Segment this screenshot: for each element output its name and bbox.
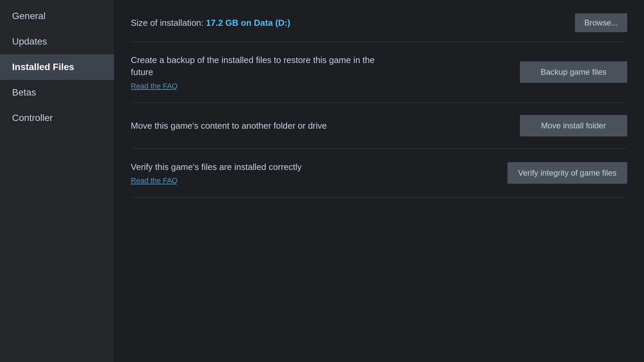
install-size-label: Size of installation: — [131, 18, 204, 28]
backup-section-info: Create a backup of the installed files t… — [131, 54, 399, 90]
verify-integrity-button[interactable]: Verify integrity of game files — [507, 162, 627, 184]
install-size-row: Size of installation: 17.2 GB on Data (D… — [131, 13, 627, 42]
verify-section: Verify this game's files are installed c… — [131, 149, 627, 197]
sidebar-item-general-label: General — [12, 11, 46, 21]
browse-button[interactable]: Browse... — [575, 13, 627, 32]
sidebar-item-betas-label: Betas — [12, 87, 36, 98]
verify-section-info: Verify this game's files are installed c… — [131, 161, 302, 185]
move-section-info: Move this game's content to another fold… — [131, 120, 327, 132]
verify-section-title: Verify this game's files are installed c… — [131, 161, 302, 173]
sidebar-item-installed-files[interactable]: Installed Files — [0, 54, 114, 80]
move-section: Move this game's content to another fold… — [131, 103, 627, 149]
sidebar-item-general[interactable]: General — [0, 3, 114, 29]
install-size-text: Size of installation: 17.2 GB on Data (D… — [131, 18, 290, 28]
sidebar-item-controller-label: Controller — [12, 113, 53, 123]
move-section-title: Move this game's content to another fold… — [131, 120, 327, 132]
sidebar-item-updates-label: Updates — [12, 36, 47, 47]
install-size-value: 17.2 GB on Data (D:) — [206, 18, 290, 28]
backup-game-files-button[interactable]: Backup game files — [520, 61, 627, 83]
backup-section: Create a backup of the installed files t… — [131, 42, 627, 103]
verify-faq-link[interactable]: Read the FAQ — [131, 176, 302, 185]
sidebar-item-installed-files-label: Installed Files — [12, 62, 74, 72]
main-content: Size of installation: 17.2 GB on Data (D… — [114, 0, 644, 362]
sidebar: General Updates Installed Files Betas Co… — [0, 0, 114, 362]
backup-section-title: Create a backup of the installed files t… — [131, 54, 399, 78]
sidebar-item-betas[interactable]: Betas — [0, 80, 114, 105]
sidebar-item-controller[interactable]: Controller — [0, 105, 114, 131]
sidebar-item-updates[interactable]: Updates — [0, 29, 114, 54]
move-install-folder-button[interactable]: Move install folder — [520, 115, 627, 136]
backup-faq-link[interactable]: Read the FAQ — [131, 82, 399, 90]
